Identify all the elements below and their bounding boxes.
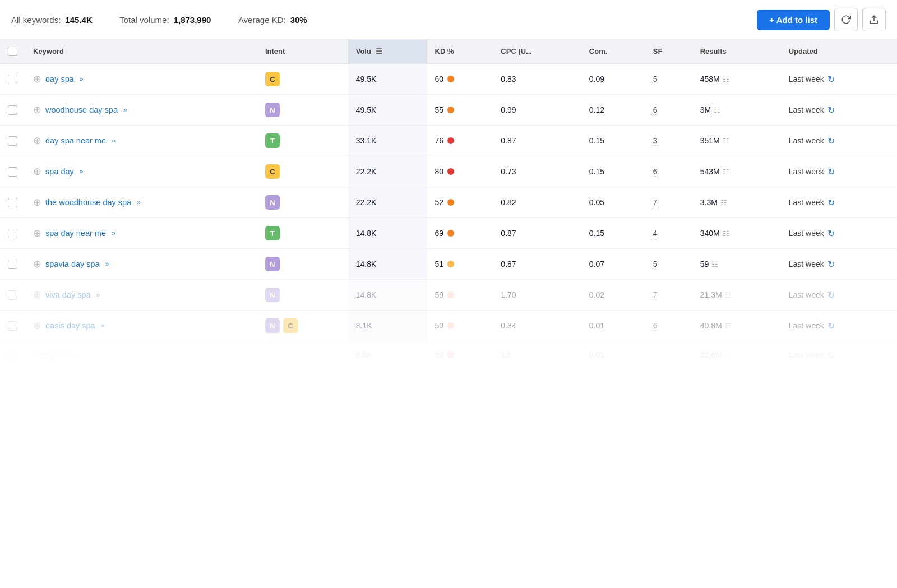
row-checkbox[interactable] bbox=[8, 136, 17, 146]
sf-value: 6 bbox=[653, 167, 658, 176]
td-kd: 69 bbox=[427, 218, 493, 249]
row-refresh-icon[interactable]: ↻ bbox=[827, 350, 835, 360]
td-keyword: ⊕ spavia day spa » bbox=[25, 249, 257, 280]
export-icon bbox=[869, 15, 879, 25]
row-refresh-icon[interactable]: ↻ bbox=[827, 321, 835, 331]
sf-value: 7 bbox=[653, 198, 658, 207]
sort-icon: ☰ bbox=[376, 47, 382, 55]
td-keyword: ⊕ day spa near me » bbox=[25, 126, 257, 156]
serp-icon[interactable]: ☷ bbox=[723, 229, 729, 238]
keyword-arrows: » bbox=[96, 291, 100, 299]
keyword-link[interactable]: spa day near me bbox=[45, 229, 106, 238]
results-value: 3M bbox=[700, 105, 711, 114]
updated-text: Last week bbox=[789, 105, 824, 114]
th-volume[interactable]: Volu ☰ bbox=[348, 40, 427, 63]
row-refresh-icon[interactable]: ↻ bbox=[827, 105, 835, 115]
kw-add-icon[interactable]: ⊕ bbox=[33, 289, 41, 301]
row-checkbox[interactable] bbox=[8, 321, 17, 331]
kd-value: 76 bbox=[435, 136, 444, 145]
row-refresh-icon[interactable]: ↻ bbox=[827, 74, 835, 85]
keyword-link[interactable]: woodhouse day spa bbox=[45, 105, 118, 114]
refresh-button[interactable] bbox=[834, 8, 858, 31]
row-refresh-icon[interactable]: ↻ bbox=[827, 290, 835, 300]
results-value: 351M bbox=[700, 136, 720, 145]
td-intent: N bbox=[257, 280, 348, 311]
td-volume: 8.1K bbox=[348, 311, 427, 341]
kw-add-icon[interactable]: ⊕ bbox=[33, 135, 41, 147]
serp-icon[interactable]: ☷ bbox=[720, 198, 727, 207]
total-volume-value: 1,873,990 bbox=[174, 15, 211, 25]
sf-value: 6 bbox=[653, 321, 658, 330]
kd-dot bbox=[447, 291, 454, 298]
td-cpc: 0.87 bbox=[493, 126, 581, 156]
row-refresh-icon[interactable]: ↻ bbox=[827, 136, 835, 146]
keyword-link[interactable]: day spa near me bbox=[45, 136, 106, 145]
keyword-link[interactable]: oasis day spa bbox=[45, 321, 95, 330]
serp-icon[interactable]: ☷ bbox=[725, 351, 732, 359]
kd-dot bbox=[447, 76, 454, 82]
serp-icon[interactable]: ☷ bbox=[725, 291, 732, 299]
row-checkbox[interactable] bbox=[8, 229, 17, 238]
updated-text: Last week bbox=[789, 290, 824, 299]
kw-add-icon[interactable]: ⊕ bbox=[33, 227, 41, 239]
kw-add-icon[interactable]: ⊕ bbox=[33, 258, 41, 270]
serp-icon[interactable]: ☷ bbox=[723, 137, 729, 145]
add-to-list-button[interactable]: + Add to list bbox=[757, 10, 830, 30]
td-check bbox=[0, 218, 25, 249]
row-refresh-icon[interactable]: ↻ bbox=[827, 166, 835, 177]
kw-add-icon[interactable]: ⊕ bbox=[33, 320, 41, 332]
kw-add-icon[interactable]: ⊕ bbox=[33, 165, 41, 178]
td-results: 3M☷ bbox=[692, 95, 781, 126]
serp-icon[interactable]: ☷ bbox=[714, 106, 720, 114]
td-cpc: 0.84 bbox=[493, 311, 581, 341]
keyword-link[interactable]: spa day bbox=[45, 167, 74, 176]
row-checkbox[interactable] bbox=[8, 260, 17, 269]
th-sf: SF bbox=[645, 40, 692, 63]
row-checkbox[interactable] bbox=[8, 105, 17, 115]
td-comp: 0.15 bbox=[581, 218, 645, 249]
serp-icon[interactable]: ☷ bbox=[725, 322, 732, 330]
keyword-link[interactable]: spavia day spa bbox=[45, 260, 100, 268]
row-checkbox[interactable] bbox=[8, 198, 17, 207]
results-value: 21.3M bbox=[700, 290, 722, 299]
th-keyword: Keyword bbox=[25, 40, 257, 63]
row-refresh-icon[interactable]: ↻ bbox=[827, 228, 835, 239]
kw-add-icon[interactable]: ⊕ bbox=[33, 73, 41, 85]
td-comp: 0.15 bbox=[581, 126, 645, 156]
serp-icon[interactable]: ☷ bbox=[711, 260, 718, 268]
keyword-link[interactable]: viva day spa bbox=[45, 290, 91, 299]
td-kd: 50 bbox=[427, 311, 493, 341]
td-volume: 22.2K bbox=[348, 156, 427, 187]
kw-add-icon[interactable]: ⊕ bbox=[33, 196, 41, 209]
results-value: 458M bbox=[700, 75, 720, 84]
table-row: ⊕ spavia day spa » N14.8K510.870.07559☷L… bbox=[0, 249, 897, 280]
keyword-link[interactable]: day spa bbox=[45, 75, 74, 84]
intent-badge: N bbox=[265, 288, 280, 302]
keyword-arrows: » bbox=[105, 260, 109, 268]
table-row: &#oplus;...6.6K901.60.0122.6M☷Last week↻ bbox=[0, 341, 897, 369]
row-refresh-icon[interactable]: ↻ bbox=[827, 197, 835, 208]
serp-icon[interactable]: ☷ bbox=[723, 75, 729, 84]
row-refresh-icon[interactable]: ↻ bbox=[827, 259, 835, 270]
kw-add-icon[interactable]: ⊕ bbox=[33, 104, 41, 116]
intent-badge: T bbox=[265, 226, 280, 240]
row-checkbox[interactable] bbox=[8, 350, 17, 360]
row-checkbox[interactable] bbox=[8, 75, 17, 84]
updated-text: Last week bbox=[789, 75, 824, 84]
td-volume: 33.1K bbox=[348, 126, 427, 156]
export-button[interactable] bbox=[862, 8, 886, 31]
keyword-link[interactable]: the woodhouse day spa bbox=[45, 198, 131, 207]
row-checkbox[interactable] bbox=[8, 290, 17, 300]
row-checkbox[interactable] bbox=[8, 167, 17, 177]
select-all-checkbox[interactable] bbox=[8, 47, 17, 56]
results-value: 340M bbox=[700, 229, 720, 238]
stats-actions: + Add to list bbox=[757, 8, 886, 31]
td-updated: Last week↻ bbox=[781, 95, 897, 126]
td-sf: 6 bbox=[645, 156, 692, 187]
keyword-arrows: » bbox=[80, 168, 84, 175]
td-results: 22.6M☷ bbox=[692, 341, 781, 369]
serp-icon[interactable]: ☷ bbox=[723, 168, 729, 176]
kw-add-icon[interactable]: &#oplus; bbox=[33, 349, 70, 360]
td-cpc: 0.99 bbox=[493, 95, 581, 126]
avg-kd-value: 30% bbox=[290, 15, 307, 25]
